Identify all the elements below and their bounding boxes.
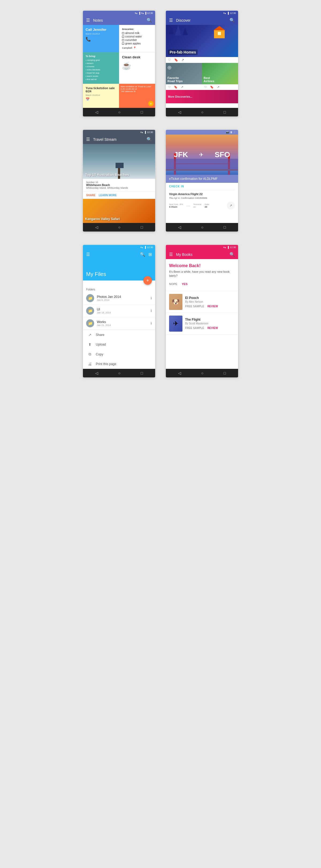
flight-trash-icon: 🗑 bbox=[230, 131, 232, 133]
nope-btn[interactable]: NOPE bbox=[169, 281, 178, 287]
flight-status: CHECK IN Virgin America Flight 22 Thu Ap… bbox=[166, 183, 238, 212]
books-bottom-nav: ◁ ○ □ bbox=[166, 369, 238, 377]
recents-icon-2[interactable]: □ bbox=[224, 110, 226, 114]
yuna-title: Yuna ticketstion sale 6/24 bbox=[86, 87, 116, 93]
note-card-groceries[interactable]: Groceries: almond milk coconut water cuc… bbox=[119, 25, 155, 52]
home-icon-4[interactable]: ○ bbox=[201, 225, 203, 229]
notes-search-icon[interactable]: 🔍 bbox=[147, 18, 152, 23]
flight-to: SFO bbox=[215, 150, 230, 159]
back-icon-4[interactable]: ◁ bbox=[178, 225, 181, 229]
travel-wifi: ▐ bbox=[144, 131, 146, 133]
discover-phone: ▾▴ ▐ 12:30 ☰ Discover 🔍 Pre-fab bbox=[166, 11, 238, 117]
file-item-ui[interactable]: 📁 UI Jan 18, 2014 ℹ bbox=[83, 305, 155, 317]
file-more-works[interactable]: ℹ bbox=[151, 321, 152, 325]
notes-phone: ▾▴ ▐ ▾▴ ▐ 12:30 ☰ Notes 🔍 Call Jennifer … bbox=[83, 11, 155, 117]
travel-search-icon[interactable]: 🔍 bbox=[147, 137, 152, 142]
menu-item-print[interactable]: 🖨 Print this page bbox=[83, 359, 155, 369]
back-icon-3[interactable]: ◁ bbox=[95, 225, 98, 229]
discover-search-icon[interactable]: 🔍 bbox=[229, 18, 235, 23]
airline-share-icon[interactable]: ↗ bbox=[217, 85, 219, 89]
share-label: Share bbox=[96, 333, 104, 337]
file-info-ui: UI Jan 18, 2014 bbox=[97, 308, 148, 314]
files-fab-btn[interactable]: + bbox=[143, 276, 152, 285]
files-folders-label: Folders bbox=[83, 286, 155, 292]
note-location: Campbell 📍 bbox=[122, 46, 152, 49]
back-icon-5[interactable]: ◁ bbox=[95, 371, 98, 375]
airline-bookmark-icon[interactable]: 🔖 bbox=[210, 85, 214, 89]
files-grid-icon[interactable]: ⊞ bbox=[149, 252, 152, 257]
elpooch-review-btn[interactable]: REVIEW bbox=[207, 305, 218, 308]
recents-icon-5[interactable]: □ bbox=[141, 371, 143, 375]
flight-confirm-text: eTicket confirmation for #LDLPMF bbox=[169, 177, 235, 181]
travel-menu-icon[interactable]: ☰ bbox=[86, 137, 90, 142]
menu-item-copy[interactable]: ⧉ Copy bbox=[83, 349, 155, 359]
tobring-header: To bring: bbox=[86, 55, 116, 58]
note-card-jennifer[interactable]: Call Jennifer March 19,2014 📞 bbox=[83, 25, 119, 52]
discover-card-airline[interactable]: BestAirlines bbox=[202, 63, 238, 84]
upload-label: Upload bbox=[96, 343, 106, 346]
discover-card-road[interactable]: ⊕ FavoriteRoad Trips bbox=[166, 63, 202, 84]
note-card-cleandesk[interactable]: Clean desk ☕ bbox=[119, 52, 155, 84]
note-card-yuna[interactable]: Yuna ticketstion sale 6/24 March 19,2014… bbox=[83, 84, 119, 108]
back-icon-6[interactable]: ◁ bbox=[178, 371, 181, 375]
recents-icon-4[interactable]: □ bbox=[224, 225, 226, 229]
home-icon-6[interactable]: ○ bbox=[201, 371, 203, 375]
road-heart-icon[interactable]: ♡ bbox=[168, 85, 171, 89]
flight-overlay bbox=[166, 159, 238, 175]
notes-menu-icon[interactable]: ☰ bbox=[86, 18, 90, 23]
menu-item-upload[interactable]: ⬆ Upload bbox=[83, 340, 155, 349]
flight-checkin-btn[interactable]: CHECK IN bbox=[169, 185, 235, 188]
cleandesk-title: Clean desk bbox=[122, 55, 140, 59]
book-author-flight: By Scott Masterson bbox=[185, 322, 235, 325]
file-more-ui[interactable]: ℹ bbox=[151, 309, 152, 313]
note-card-exhibition[interactable]: New exhibition at "Food to Love"6.25 14-… bbox=[119, 84, 155, 108]
books-search-icon[interactable]: 🔍 bbox=[229, 252, 235, 257]
travel-learn-btn[interactable]: LEARN MORE bbox=[99, 194, 117, 197]
back-icon-2[interactable]: ◁ bbox=[178, 110, 181, 114]
books-menu-icon[interactable]: ☰ bbox=[169, 252, 173, 257]
files-context-menu: ↗ Share ⬆ Upload ⧉ Copy 🖨 Print this pag… bbox=[83, 330, 155, 369]
detail-num: Number 10 bbox=[86, 181, 152, 184]
hero-share-icon[interactable]: ↗ bbox=[181, 58, 184, 62]
file-more-photos[interactable]: ℹ bbox=[151, 296, 152, 300]
discover-menu-icon[interactable]: ☰ bbox=[169, 18, 173, 23]
files-menu-icon[interactable]: ☰ bbox=[86, 252, 90, 257]
recents-icon[interactable]: □ bbox=[141, 110, 143, 114]
files-status-bar: ▾▴ ▐ 12:30 bbox=[83, 245, 155, 250]
hero-bookmark-icon[interactable]: 🔖 bbox=[174, 58, 178, 62]
kangaroo-card[interactable]: Kangaroo Valley Safari bbox=[83, 199, 155, 223]
files-search-icon[interactable]: 🔍 bbox=[140, 252, 145, 257]
origin-time: 6:05am bbox=[169, 206, 183, 208]
terminal-item: Terminal — bbox=[193, 203, 201, 208]
back-icon[interactable]: ◁ bbox=[95, 110, 98, 114]
road-share-icon[interactable]: ↗ bbox=[181, 85, 183, 89]
airline-heart-icon[interactable]: ♡ bbox=[204, 85, 207, 89]
location-icon: 📍 bbox=[133, 46, 136, 49]
menu-item-share[interactable]: ↗ Share bbox=[83, 330, 155, 340]
file-date-photos: Jan 9, 2014 bbox=[97, 299, 148, 301]
home-icon-3[interactable]: ○ bbox=[118, 225, 120, 229]
books-welcome-sub: It's Been a while, have you read any new… bbox=[169, 270, 235, 278]
flight-date: Thu Apr 4, Confirmation #45358886 bbox=[169, 197, 235, 199]
file-item-works[interactable]: 📁 Works Jan 21, 2014 ℹ bbox=[83, 317, 155, 330]
file-item-photos[interactable]: 📁 Photos Jan 2014 Jan 9, 2014 ℹ bbox=[83, 292, 155, 305]
home-icon-2[interactable]: ○ bbox=[201, 110, 203, 114]
recents-icon-6[interactable]: □ bbox=[224, 371, 226, 375]
flight-book-free-btn[interactable]: FREE SAMPLE bbox=[185, 327, 204, 330]
flight-more-icon[interactable]: ⋮ bbox=[233, 131, 236, 133]
book-actions-flight: FREE SAMPLE REVIEW bbox=[185, 327, 235, 330]
recents-icon-3[interactable]: □ bbox=[141, 225, 143, 229]
discover-app-bar: ☰ Discover 🔍 bbox=[166, 16, 238, 25]
note-card-tobring[interactable]: To bring: • camping gear• lantern• s'mor… bbox=[83, 52, 119, 84]
file-name-photos: Photos Jan 2014 bbox=[97, 295, 148, 299]
home-icon[interactable]: ○ bbox=[118, 110, 120, 114]
travel-share-btn[interactable]: SHARE bbox=[86, 194, 96, 197]
hero-heart-icon[interactable]: ♡ bbox=[168, 58, 171, 62]
yes-btn[interactable]: YES bbox=[182, 281, 188, 287]
flight-action-icon[interactable]: ↗ bbox=[227, 202, 235, 210]
home-icon-5[interactable]: ○ bbox=[118, 371, 120, 375]
fab-add-icon[interactable]: + bbox=[148, 101, 154, 106]
elpooch-free-btn[interactable]: FREE SAMPLE bbox=[185, 305, 204, 308]
flight-book-review-btn[interactable]: REVIEW bbox=[207, 327, 218, 330]
road-bookmark-icon[interactable]: 🔖 bbox=[174, 85, 178, 89]
